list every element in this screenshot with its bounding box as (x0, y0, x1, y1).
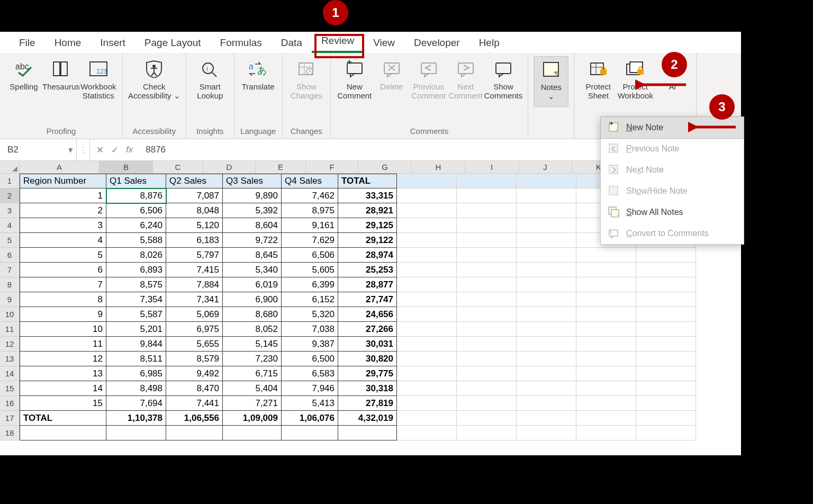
cell-E15[interactable]: 7,946 (282, 381, 338, 396)
cell-H9[interactable] (457, 292, 517, 307)
cell-E8[interactable]: 6,399 (282, 277, 338, 292)
row-header[interactable]: 7 (0, 263, 20, 277)
col-header-A[interactable]: A (20, 161, 100, 174)
cell-E9[interactable]: 6,152 (282, 292, 338, 307)
tab-formulas[interactable]: Formulas (211, 34, 272, 53)
cell-D13[interactable]: 7,230 (223, 352, 282, 366)
cell-J17[interactable] (576, 411, 636, 426)
cell-K15[interactable] (636, 381, 696, 396)
row-header[interactable]: 5 (0, 233, 20, 248)
tab-home[interactable]: Home (45, 34, 91, 53)
cell-D4[interactable]: 8,604 (223, 218, 282, 233)
cell-A12[interactable]: 11 (20, 337, 106, 352)
row-header[interactable]: 10 (0, 307, 20, 322)
cell-H1[interactable] (457, 174, 517, 188)
cell-H5[interactable] (457, 233, 517, 248)
cell-D1[interactable]: Q3 Sales (223, 174, 282, 188)
name-box[interactable]: B2 ▾ (0, 139, 77, 160)
col-header-I[interactable]: I (465, 161, 519, 174)
protect-sheet-button[interactable]: ProtectSheet (580, 56, 617, 106)
cell-H18[interactable] (457, 426, 517, 440)
chevron-down-icon[interactable]: ▾ (68, 145, 73, 156)
cell-J12[interactable] (576, 337, 636, 352)
cell-J15[interactable] (576, 381, 636, 396)
cell-B18[interactable] (106, 426, 166, 440)
cell-K11[interactable] (636, 322, 696, 337)
cell-D11[interactable]: 8,052 (223, 322, 282, 337)
cell-F4[interactable]: 29,125 (338, 218, 397, 233)
cell-A6[interactable]: 5 (20, 248, 106, 263)
cell-J11[interactable] (576, 322, 636, 337)
cell-I9[interactable] (517, 292, 576, 307)
row-header[interactable]: 13 (0, 352, 20, 366)
cell-H17[interactable] (457, 411, 517, 426)
cell-J16[interactable] (576, 396, 636, 411)
cell-C6[interactable]: 5,797 (166, 248, 223, 263)
cell-K6[interactable] (636, 248, 696, 263)
cell-C10[interactable]: 5,069 (166, 307, 223, 322)
cell-I1[interactable] (517, 174, 576, 188)
col-header-G[interactable]: G (358, 161, 412, 174)
cell-K10[interactable] (636, 307, 696, 322)
cell-G2[interactable] (397, 188, 457, 203)
cell-E6[interactable]: 6,506 (282, 248, 338, 263)
cell-G10[interactable] (397, 307, 457, 322)
row-header[interactable]: 4 (0, 218, 20, 233)
cell-K16[interactable] (636, 396, 696, 411)
menu-item-show-all-notes[interactable]: Show All Notes (601, 202, 744, 223)
tab-help[interactable]: Help (469, 34, 509, 53)
cell-G7[interactable] (397, 263, 457, 277)
cell-B9[interactable]: 7,354 (106, 292, 166, 307)
cell-A4[interactable]: 3 (20, 218, 106, 233)
cell-D15[interactable]: 5,404 (223, 381, 282, 396)
cell-D12[interactable]: 5,145 (223, 337, 282, 352)
enter-icon[interactable]: ✓ (111, 145, 119, 156)
cell-E18[interactable] (282, 426, 338, 440)
cell-H6[interactable] (457, 248, 517, 263)
split-handle[interactable]: ⋮ (77, 139, 90, 160)
cell-C16[interactable]: 7,441 (166, 396, 223, 411)
cell-B4[interactable]: 6,240 (106, 218, 166, 233)
cell-E4[interactable]: 9,161 (282, 218, 338, 233)
cell-F9[interactable]: 27,747 (338, 292, 397, 307)
tab-data[interactable]: Data (272, 34, 312, 53)
cell-H14[interactable] (457, 366, 517, 381)
cell-I2[interactable] (517, 188, 576, 203)
cell-F18[interactable] (338, 426, 397, 440)
cell-C2[interactable]: 7,087 (166, 188, 223, 203)
cell-A17[interactable]: TOTAL (20, 411, 106, 426)
cell-B11[interactable]: 5,201 (106, 322, 166, 337)
row-header[interactable]: 12 (0, 337, 20, 352)
cell-J18[interactable] (576, 426, 636, 440)
cell-F15[interactable]: 30,318 (338, 381, 397, 396)
cell-F14[interactable]: 29,775 (338, 366, 397, 381)
cell-A10[interactable]: 9 (20, 307, 106, 322)
row-header[interactable]: 16 (0, 396, 20, 411)
cell-J13[interactable] (576, 352, 636, 366)
cell-H15[interactable] (457, 381, 517, 396)
row-header[interactable]: 8 (0, 277, 20, 292)
cell-H3[interactable] (457, 203, 517, 218)
cell-I6[interactable] (517, 248, 576, 263)
cell-D5[interactable]: 9,722 (223, 233, 282, 248)
cell-D6[interactable]: 8,645 (223, 248, 282, 263)
cell-E3[interactable]: 8,975 (282, 203, 338, 218)
cell-B16[interactable]: 7,694 (106, 396, 166, 411)
cell-B3[interactable]: 6,506 (106, 203, 166, 218)
cell-I15[interactable] (517, 381, 576, 396)
new-comment-button[interactable]: NewComment (336, 56, 373, 106)
cell-G17[interactable] (397, 411, 457, 426)
cell-E10[interactable]: 5,320 (282, 307, 338, 322)
cell-G11[interactable] (397, 322, 457, 337)
col-header-C[interactable]: C (153, 161, 203, 174)
cell-I7[interactable] (517, 263, 576, 277)
cell-K14[interactable] (636, 366, 696, 381)
select-all-corner[interactable] (0, 161, 20, 174)
cell-A9[interactable]: 8 (20, 292, 106, 307)
cell-D10[interactable]: 8,680 (223, 307, 282, 322)
cell-G18[interactable] (397, 426, 457, 440)
cell-E11[interactable]: 7,038 (282, 322, 338, 337)
cell-C18[interactable] (166, 426, 223, 440)
spelling-button[interactable]: abcSpelling (5, 56, 42, 106)
cell-E5[interactable]: 7,629 (282, 233, 338, 248)
